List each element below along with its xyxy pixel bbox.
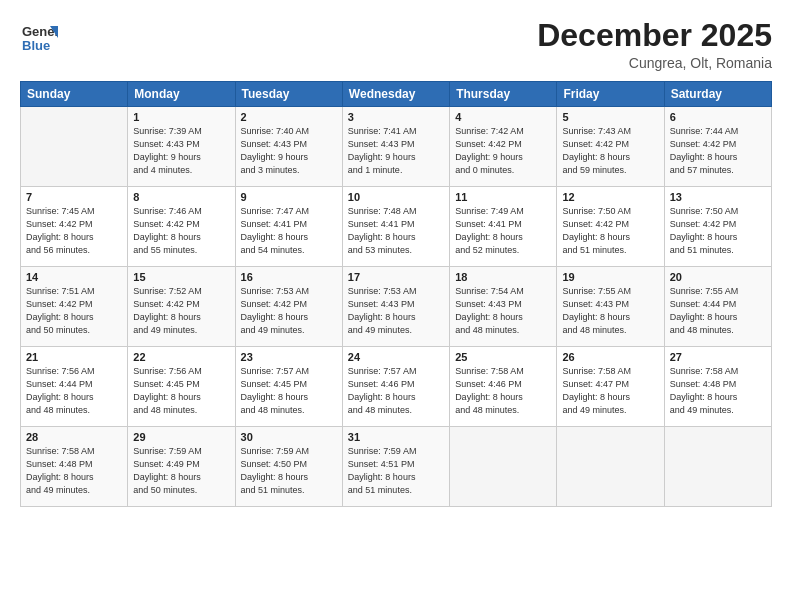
day-number: 7: [26, 191, 122, 203]
calendar-cell: 3Sunrise: 7:41 AM Sunset: 4:43 PM Daylig…: [342, 107, 449, 187]
week-row-5: 28Sunrise: 7:58 AM Sunset: 4:48 PM Dayli…: [21, 427, 772, 507]
calendar-cell: 22Sunrise: 7:56 AM Sunset: 4:45 PM Dayli…: [128, 347, 235, 427]
calendar-cell: 26Sunrise: 7:58 AM Sunset: 4:47 PM Dayli…: [557, 347, 664, 427]
cell-info: Sunrise: 7:58 AM Sunset: 4:46 PM Dayligh…: [455, 365, 551, 417]
week-row-3: 14Sunrise: 7:51 AM Sunset: 4:42 PM Dayli…: [21, 267, 772, 347]
calendar-cell: 2Sunrise: 7:40 AM Sunset: 4:43 PM Daylig…: [235, 107, 342, 187]
cell-info: Sunrise: 7:58 AM Sunset: 4:47 PM Dayligh…: [562, 365, 658, 417]
calendar-cell: 18Sunrise: 7:54 AM Sunset: 4:43 PM Dayli…: [450, 267, 557, 347]
day-number: 12: [562, 191, 658, 203]
day-number: 20: [670, 271, 766, 283]
day-number: 6: [670, 111, 766, 123]
week-row-2: 7Sunrise: 7:45 AM Sunset: 4:42 PM Daylig…: [21, 187, 772, 267]
calendar-cell: 20Sunrise: 7:55 AM Sunset: 4:44 PM Dayli…: [664, 267, 771, 347]
cell-info: Sunrise: 7:48 AM Sunset: 4:41 PM Dayligh…: [348, 205, 444, 257]
calendar-cell: 23Sunrise: 7:57 AM Sunset: 4:45 PM Dayli…: [235, 347, 342, 427]
cell-info: Sunrise: 7:44 AM Sunset: 4:42 PM Dayligh…: [670, 125, 766, 177]
calendar-cell: 8Sunrise: 7:46 AM Sunset: 4:42 PM Daylig…: [128, 187, 235, 267]
calendar-cell: 4Sunrise: 7:42 AM Sunset: 4:42 PM Daylig…: [450, 107, 557, 187]
header-row: SundayMondayTuesdayWednesdayThursdayFrid…: [21, 82, 772, 107]
day-number: 11: [455, 191, 551, 203]
day-number: 8: [133, 191, 229, 203]
cell-info: Sunrise: 7:54 AM Sunset: 4:43 PM Dayligh…: [455, 285, 551, 337]
day-number: 13: [670, 191, 766, 203]
calendar-cell: 11Sunrise: 7:49 AM Sunset: 4:41 PM Dayli…: [450, 187, 557, 267]
cell-info: Sunrise: 7:59 AM Sunset: 4:49 PM Dayligh…: [133, 445, 229, 497]
week-row-4: 21Sunrise: 7:56 AM Sunset: 4:44 PM Dayli…: [21, 347, 772, 427]
cell-info: Sunrise: 7:46 AM Sunset: 4:42 PM Dayligh…: [133, 205, 229, 257]
cell-info: Sunrise: 7:39 AM Sunset: 4:43 PM Dayligh…: [133, 125, 229, 177]
header-cell-monday: Monday: [128, 82, 235, 107]
day-number: 1: [133, 111, 229, 123]
day-number: 3: [348, 111, 444, 123]
day-number: 16: [241, 271, 337, 283]
day-number: 18: [455, 271, 551, 283]
week-row-1: 1Sunrise: 7:39 AM Sunset: 4:43 PM Daylig…: [21, 107, 772, 187]
day-number: 25: [455, 351, 551, 363]
calendar-cell: 14Sunrise: 7:51 AM Sunset: 4:42 PM Dayli…: [21, 267, 128, 347]
header-cell-tuesday: Tuesday: [235, 82, 342, 107]
cell-info: Sunrise: 7:56 AM Sunset: 4:44 PM Dayligh…: [26, 365, 122, 417]
location: Cungrea, Olt, Romania: [537, 55, 772, 71]
calendar-cell: 16Sunrise: 7:53 AM Sunset: 4:42 PM Dayli…: [235, 267, 342, 347]
month-title: December 2025: [537, 18, 772, 53]
header-cell-wednesday: Wednesday: [342, 82, 449, 107]
calendar-cell: [557, 427, 664, 507]
cell-info: Sunrise: 7:53 AM Sunset: 4:43 PM Dayligh…: [348, 285, 444, 337]
cell-info: Sunrise: 7:51 AM Sunset: 4:42 PM Dayligh…: [26, 285, 122, 337]
cell-info: Sunrise: 7:40 AM Sunset: 4:43 PM Dayligh…: [241, 125, 337, 177]
cell-info: Sunrise: 7:49 AM Sunset: 4:41 PM Dayligh…: [455, 205, 551, 257]
cell-info: Sunrise: 7:50 AM Sunset: 4:42 PM Dayligh…: [670, 205, 766, 257]
day-number: 31: [348, 431, 444, 443]
calendar-cell: 13Sunrise: 7:50 AM Sunset: 4:42 PM Dayli…: [664, 187, 771, 267]
cell-info: Sunrise: 7:53 AM Sunset: 4:42 PM Dayligh…: [241, 285, 337, 337]
day-number: 22: [133, 351, 229, 363]
day-number: 4: [455, 111, 551, 123]
calendar-cell: 7Sunrise: 7:45 AM Sunset: 4:42 PM Daylig…: [21, 187, 128, 267]
cell-info: Sunrise: 7:45 AM Sunset: 4:42 PM Dayligh…: [26, 205, 122, 257]
calendar-cell: 1Sunrise: 7:39 AM Sunset: 4:43 PM Daylig…: [128, 107, 235, 187]
day-number: 29: [133, 431, 229, 443]
calendar-cell: 9Sunrise: 7:47 AM Sunset: 4:41 PM Daylig…: [235, 187, 342, 267]
day-number: 10: [348, 191, 444, 203]
calendar-cell: 15Sunrise: 7:52 AM Sunset: 4:42 PM Dayli…: [128, 267, 235, 347]
cell-info: Sunrise: 7:43 AM Sunset: 4:42 PM Dayligh…: [562, 125, 658, 177]
header: General Blue December 2025 Cungrea, Olt,…: [20, 18, 772, 71]
calendar-cell: 28Sunrise: 7:58 AM Sunset: 4:48 PM Dayli…: [21, 427, 128, 507]
cell-info: Sunrise: 7:50 AM Sunset: 4:42 PM Dayligh…: [562, 205, 658, 257]
header-cell-thursday: Thursday: [450, 82, 557, 107]
logo: General Blue: [20, 18, 58, 60]
calendar-cell: [664, 427, 771, 507]
cell-info: Sunrise: 7:56 AM Sunset: 4:45 PM Dayligh…: [133, 365, 229, 417]
cell-info: Sunrise: 7:57 AM Sunset: 4:46 PM Dayligh…: [348, 365, 444, 417]
header-cell-friday: Friday: [557, 82, 664, 107]
day-number: 24: [348, 351, 444, 363]
calendar-cell: 10Sunrise: 7:48 AM Sunset: 4:41 PM Dayli…: [342, 187, 449, 267]
header-cell-sunday: Sunday: [21, 82, 128, 107]
cell-info: Sunrise: 7:52 AM Sunset: 4:42 PM Dayligh…: [133, 285, 229, 337]
cell-info: Sunrise: 7:59 AM Sunset: 4:51 PM Dayligh…: [348, 445, 444, 497]
calendar-table: SundayMondayTuesdayWednesdayThursdayFrid…: [20, 81, 772, 507]
cell-info: Sunrise: 7:59 AM Sunset: 4:50 PM Dayligh…: [241, 445, 337, 497]
calendar-cell: 24Sunrise: 7:57 AM Sunset: 4:46 PM Dayli…: [342, 347, 449, 427]
logo-icon: General Blue: [20, 18, 58, 56]
day-number: 9: [241, 191, 337, 203]
day-number: 28: [26, 431, 122, 443]
day-number: 14: [26, 271, 122, 283]
day-number: 27: [670, 351, 766, 363]
title-block: December 2025 Cungrea, Olt, Romania: [537, 18, 772, 71]
cell-info: Sunrise: 7:57 AM Sunset: 4:45 PM Dayligh…: [241, 365, 337, 417]
day-number: 30: [241, 431, 337, 443]
calendar-cell: 27Sunrise: 7:58 AM Sunset: 4:48 PM Dayli…: [664, 347, 771, 427]
day-number: 21: [26, 351, 122, 363]
cell-info: Sunrise: 7:58 AM Sunset: 4:48 PM Dayligh…: [26, 445, 122, 497]
cell-info: Sunrise: 7:47 AM Sunset: 4:41 PM Dayligh…: [241, 205, 337, 257]
day-number: 2: [241, 111, 337, 123]
calendar-cell: [21, 107, 128, 187]
calendar-cell: 19Sunrise: 7:55 AM Sunset: 4:43 PM Dayli…: [557, 267, 664, 347]
cell-info: Sunrise: 7:42 AM Sunset: 4:42 PM Dayligh…: [455, 125, 551, 177]
header-cell-saturday: Saturday: [664, 82, 771, 107]
calendar-cell: 25Sunrise: 7:58 AM Sunset: 4:46 PM Dayli…: [450, 347, 557, 427]
day-number: 26: [562, 351, 658, 363]
day-number: 19: [562, 271, 658, 283]
